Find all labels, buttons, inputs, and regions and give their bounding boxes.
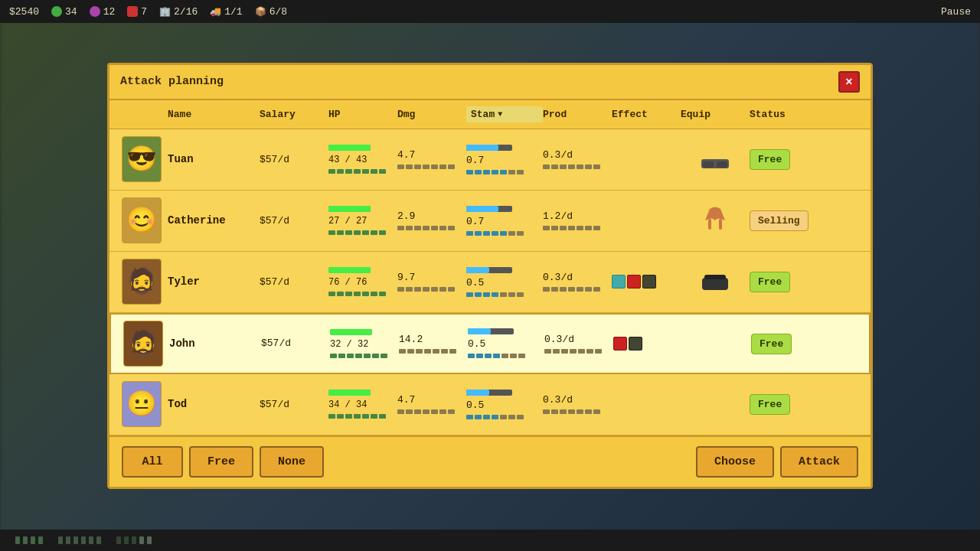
table-row[interactable]: 🧔 Tyler $57/d 76 / 76 9.7 0.5: [109, 252, 871, 313]
prod-dot: [560, 226, 567, 230]
dmg-dot: [431, 165, 438, 169]
character-prod: 0.3/d: [543, 149, 612, 169]
none-button[interactable]: None: [260, 446, 324, 478]
character-prod: 0.3/d: [544, 334, 613, 354]
hp-dot: [364, 354, 371, 358]
character-status: Free: [750, 397, 826, 411]
character-name: Tuan: [168, 153, 260, 165]
character-status: Free: [750, 275, 826, 289]
character-status: Free: [750, 152, 826, 166]
stam-dot: [492, 292, 498, 297]
col-header-stam[interactable]: Stam ▼: [466, 106, 543, 122]
svg-rect-5: [702, 278, 728, 290]
prod-dot: [577, 409, 583, 414]
hp-dot: [328, 169, 335, 174]
prod-dot: [553, 349, 560, 354]
stam-dot: [483, 231, 490, 236]
status-badge: Free: [750, 272, 790, 292]
equip-item: [698, 265, 732, 298]
prod-dot: [560, 409, 567, 414]
hp-dot: [379, 169, 386, 174]
character-prod: 0.3/d: [543, 272, 612, 292]
effect-icon-red: [613, 337, 627, 350]
stam-dot: [508, 170, 515, 174]
prod-dot: [568, 409, 575, 414]
hp-dot: [379, 414, 386, 419]
dmg-dot: [424, 349, 431, 354]
prod-dot: [585, 287, 592, 292]
svg-rect-1: [703, 161, 714, 168]
stam-dot: [517, 231, 524, 236]
modal-title: Attack planning: [120, 75, 224, 88]
dmg-dot: [431, 409, 438, 414]
dmg-dot: [423, 226, 430, 230]
character-avatar: 🧔: [122, 259, 162, 305]
dmg-dot: [431, 287, 438, 292]
dmg-dot: [406, 409, 413, 414]
prod-dot: [543, 287, 550, 292]
prod-dot: [577, 226, 583, 230]
prod-dot: [593, 287, 600, 292]
equip-item: [700, 327, 733, 360]
hp-dot: [355, 354, 362, 358]
table-row[interactable]: 😐 Tod $57/d 34 / 34 4.7 0.5: [109, 374, 871, 435]
dmg-dot: [407, 349, 414, 354]
stam-dot: [500, 170, 507, 174]
prod-dot: [561, 349, 568, 354]
character-status: Selling: [750, 214, 826, 227]
all-button[interactable]: All: [122, 446, 183, 478]
status-badge: Selling: [750, 210, 808, 231]
stam-dot: [501, 354, 508, 358]
character-avatar: 🧔: [123, 321, 163, 367]
col-header-salary: Salary: [260, 109, 328, 120]
svg-rect-6: [704, 275, 726, 279]
hp-dot: [372, 354, 379, 358]
stam-dot: [517, 292, 524, 297]
stam-dot: [492, 231, 498, 236]
table-header: Name Salary HP Dmg Stam ▼ Prod Effect Eq…: [109, 100, 871, 129]
equip-item: [698, 204, 732, 237]
character-salary: $57/d: [260, 399, 328, 410]
character-equip: [681, 204, 750, 237]
hp-dot: [347, 354, 354, 358]
prod-dot: [544, 349, 551, 354]
free-button[interactable]: Free: [189, 446, 253, 478]
dmg-dot: [423, 165, 430, 169]
prod-dot: [585, 226, 592, 230]
character-prod: 1.2/d: [543, 210, 612, 230]
hp-dot: [354, 169, 361, 174]
stam-dot: [500, 231, 507, 236]
prod-dot: [560, 165, 567, 169]
hp-dot: [379, 292, 386, 296]
hp-dot: [362, 414, 369, 419]
stam-dot: [492, 415, 498, 419]
hp-dot: [345, 169, 352, 174]
close-button[interactable]: ×: [838, 71, 860, 93]
equip-item: [698, 387, 732, 421]
character-equip: [681, 142, 750, 176]
col-header-dmg: Dmg: [397, 109, 466, 120]
prod-dot: [560, 287, 567, 292]
attack-button[interactable]: Attack: [780, 446, 858, 478]
table-row[interactable]: 😎 Tuan $57/d 43 / 43 4.7 0.7: [109, 129, 871, 191]
effect-icon-red: [627, 275, 641, 289]
dmg-dot: [439, 409, 446, 414]
dmg-dot: [448, 226, 455, 230]
prod-dot: [543, 409, 550, 414]
svg-rect-3: [708, 219, 711, 230]
prod-dot: [585, 409, 592, 414]
table-row[interactable]: 🧔 John $57/d 32 / 32 14.2 0.5: [109, 313, 871, 374]
dmg-dot: [448, 409, 455, 414]
effect-icon-dark: [629, 337, 642, 350]
sort-arrow-icon: ▼: [498, 110, 502, 119]
prod-dot: [568, 165, 575, 169]
character-salary: $57/d: [260, 276, 328, 288]
dmg-dot: [416, 349, 423, 354]
table-row[interactable]: 😊 Catherine $57/d 27 / 27 2.9 0.7: [109, 191, 871, 252]
dmg-dot: [433, 349, 439, 354]
choose-button[interactable]: Choose: [696, 446, 774, 478]
prod-dot: [551, 226, 558, 230]
dmg-dot: [441, 349, 448, 354]
prod-dot: [551, 165, 558, 169]
prod-dot: [578, 349, 585, 354]
